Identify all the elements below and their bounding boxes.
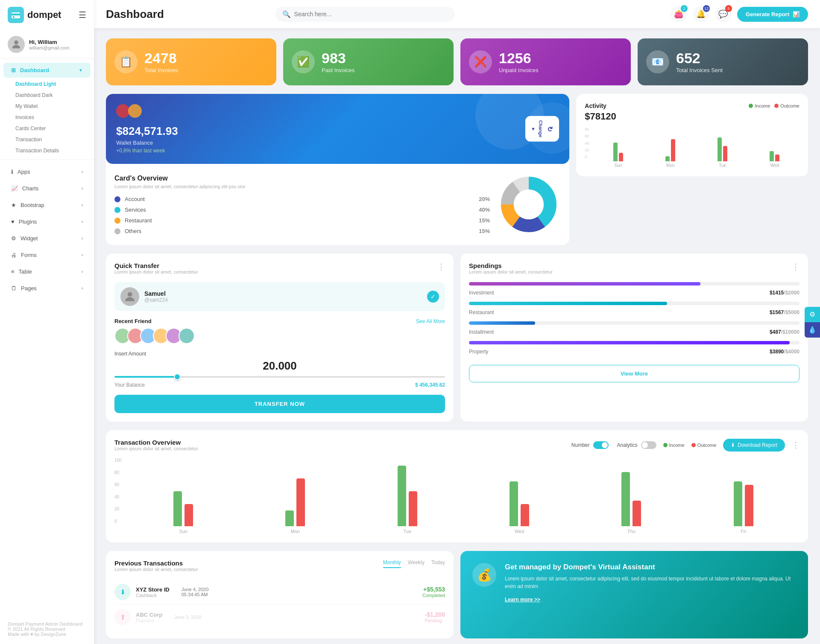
- friend-avatar: [179, 328, 195, 344]
- prev-va-row: Previous Transactions Lorem ipsum dolor …: [106, 551, 808, 638]
- property-label-row: Property $3890/$4000: [469, 349, 800, 355]
- message-badge: 5: [725, 5, 732, 12]
- list-item: Restaurant 15%: [114, 217, 490, 224]
- sidebar-sub-dashboard-dark[interactable]: Dashboard Dark: [0, 90, 94, 101]
- sidebar-item-dashboard[interactable]: ⊞ Dashboard ▼: [3, 63, 91, 78]
- search-bar: 🔍: [275, 7, 455, 22]
- chevron-right-icon: ›: [82, 186, 83, 191]
- change-button[interactable]: ↻ Change ▼: [525, 116, 559, 142]
- to-dots-menu[interactable]: ⋮: [792, 440, 800, 450]
- analytics-toggle[interactable]: [641, 441, 656, 449]
- svg-point-9: [514, 189, 544, 219]
- amount-section: Insert Amount 20.000: [114, 351, 445, 378]
- restaurant-dot: [114, 218, 120, 224]
- installment-label: Installment: [469, 329, 494, 335]
- to-desc: Lorem ipsum dolor sit amet, consectetur: [114, 446, 198, 451]
- sidebar-sub-transaction-details[interactable]: Transaction Details: [0, 145, 94, 156]
- chevron-right-icon: ›: [82, 203, 83, 207]
- investment-label: Investment: [469, 290, 494, 296]
- activity-bar-chart: [593, 127, 800, 161]
- generate-report-button[interactable]: Generate Report 📊: [737, 7, 808, 22]
- sidebar-sub-invoices[interactable]: Invoices: [0, 112, 94, 123]
- svg-point-3: [14, 41, 18, 44]
- stat-card-total-invoices: 📋 2478 Total Invoices: [106, 38, 276, 85]
- balance-value: $ 456,345.62: [415, 382, 445, 388]
- sidebar-item-forms[interactable]: 🖨 Forms ›: [3, 248, 91, 262]
- pt-item-status: Completed: [422, 593, 445, 598]
- virtual-assistant-card: 💰 Get managed by Dompet's Virtual Assist…: [460, 551, 808, 638]
- bootstrap-icon: ★: [11, 202, 16, 208]
- account-pct: 20%: [479, 196, 490, 202]
- restaurant-label-row: Restaurant $1567/$5000: [469, 309, 800, 315]
- color-drop-button[interactable]: 💧: [805, 322, 820, 338]
- wallet-balance-label: Wallet Balance: [116, 140, 559, 146]
- to-controls: Number Analytics: [571, 441, 656, 449]
- others-pct: 15%: [479, 228, 490, 234]
- unpaid-invoices-icon: ❌: [469, 50, 492, 73]
- transaction-type-icon: ⬆: [114, 609, 131, 625]
- transfer-now-button[interactable]: TRANSFER NOW: [114, 395, 445, 413]
- wallet-icon-btn[interactable]: 👛 2: [671, 6, 687, 22]
- amount-slider[interactable]: [114, 376, 445, 378]
- sidebar-sub-dashboard-light[interactable]: Dashboard Light: [0, 79, 94, 90]
- to-y-axis: 020406080100: [114, 458, 122, 524]
- services-label: Services: [125, 207, 474, 213]
- forms-label: Forms: [21, 252, 37, 258]
- tab-weekly[interactable]: Weekly: [408, 559, 425, 568]
- pt-item-sub: Cashback: [136, 593, 170, 598]
- stat-card-paid-invoices: ✅ 983 Paid Invoices: [283, 38, 454, 85]
- installment-label-row: Installment $487/$10000: [469, 329, 800, 335]
- number-toggle[interactable]: [593, 441, 609, 449]
- sidebar-item-bootstrap[interactable]: ★ Bootstrap ›: [3, 198, 91, 213]
- installment-value: $487/$10000: [770, 329, 800, 335]
- sidebar-item-plugins[interactable]: ♥ Plugins ›: [3, 214, 91, 229]
- restaurant-value: $1567/$5000: [770, 309, 800, 315]
- dashboard-label: Dashboard: [20, 67, 49, 73]
- tab-today[interactable]: Today: [431, 559, 445, 568]
- spending-restaurant: Restaurant $1567/$5000: [469, 302, 800, 315]
- view-more-button[interactable]: View More: [469, 365, 800, 382]
- download-icon: ⬇: [731, 442, 735, 448]
- sidebar-sub-transaction[interactable]: Transaction: [0, 134, 94, 145]
- see-all-link[interactable]: See All More: [416, 318, 445, 324]
- spendings-title: Spendings: [469, 262, 553, 269]
- search-input[interactable]: [294, 11, 448, 17]
- va-desc: Lorem ipsum dolor sit amet, consectetur …: [505, 575, 796, 590]
- property-label: Property: [469, 349, 488, 355]
- chevron-down-icon: ▼: [79, 68, 83, 73]
- spending-investment: Investment $1415/$2000: [469, 282, 800, 296]
- table-icon: ≡: [11, 268, 15, 275]
- message-icon-btn[interactable]: 💬 5: [715, 6, 731, 22]
- header-icons: 👛 2 🔔 12 💬 5 Generate Report 📊: [671, 6, 808, 22]
- spending-dots-menu[interactable]: ⋮: [792, 262, 800, 271]
- dots-menu-icon[interactable]: ⋮: [437, 262, 445, 271]
- va-learn-more-link[interactable]: Learn more >>: [505, 597, 540, 603]
- unpaid-invoices-label: Unpaid Invoices: [499, 67, 539, 73]
- settings-button[interactable]: ⚙: [805, 307, 820, 322]
- bell-icon-btn[interactable]: 🔔 12: [693, 6, 709, 22]
- table-row: ⬆ ABC Corp Payment June 3, 2020 -$1,200 …: [114, 605, 445, 630]
- pt-item-amount: -$1,200: [425, 611, 445, 618]
- to-chart-wrapper: 020406080100 SunMonTueWedThuFri: [114, 458, 800, 534]
- balance-row: Your Balance $ 456,345.62: [114, 382, 445, 388]
- number-toggle-label: Number: [571, 442, 590, 448]
- hamburger-icon[interactable]: ☰: [79, 10, 86, 20]
- sidebar-item-apps[interactable]: ℹ Apps ›: [3, 164, 91, 179]
- sidebar-sub-cards-center[interactable]: Cards Center: [0, 123, 94, 134]
- sidebar-item-widget[interactable]: ⚙ Widget ›: [3, 231, 91, 246]
- search-icon: 🔍: [282, 10, 291, 18]
- list-item: Account 20%: [114, 196, 490, 202]
- sidebar-item-table[interactable]: ≡ Table ›: [3, 264, 91, 279]
- sidebar-item-pages[interactable]: 🗒 Pages ›: [3, 281, 91, 296]
- transaction-overview-panel: Transaction Overview Lorem ipsum dolor s…: [106, 430, 808, 542]
- charts-icon: 📈: [11, 185, 18, 192]
- chevron-right-icon: ›: [82, 286, 83, 291]
- pages-icon: 🗒: [11, 285, 17, 291]
- sidebar-sub-my-wallet[interactable]: My Wallet: [0, 101, 94, 112]
- chevron-right-icon: ›: [82, 169, 83, 174]
- bootstrap-label: Bootstrap: [20, 202, 44, 208]
- tab-monthly[interactable]: Monthly: [383, 559, 401, 568]
- pt-item-status: Pending: [425, 618, 445, 623]
- download-report-button[interactable]: ⬇ Download Report: [723, 439, 785, 452]
- sidebar-item-charts[interactable]: 📈 Charts ›: [3, 181, 91, 196]
